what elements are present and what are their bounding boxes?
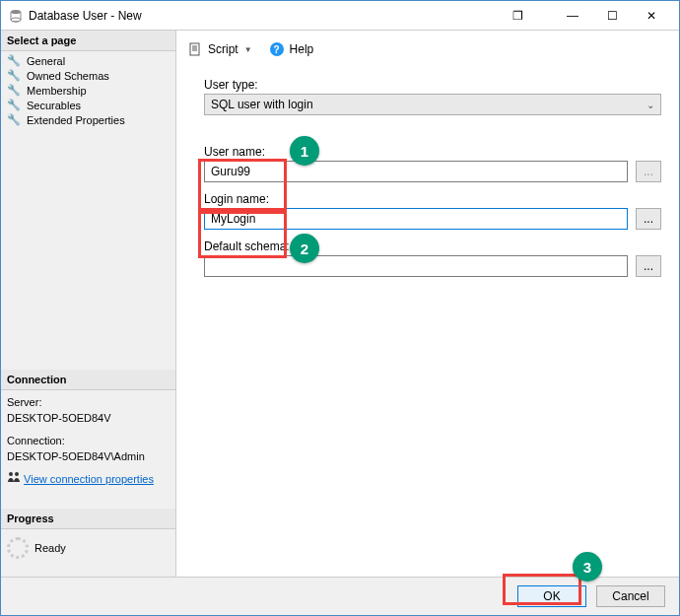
dialog-button-bar: OK Cancel	[1, 577, 679, 615]
sidebar-item-label: Securables	[27, 100, 81, 111]
spinner-icon	[7, 537, 29, 559]
sidebar-item-securables[interactable]: 🔧Securables	[5, 98, 171, 112]
connection-header: Connection	[1, 370, 175, 390]
view-connection-properties-text: View connection properties	[24, 473, 154, 485]
main-panel: Script ▼ ? Help User type: SQL user with…	[176, 31, 679, 577]
login-name-browse-button[interactable]: ...	[636, 208, 661, 230]
script-button[interactable]: Script	[208, 42, 238, 56]
default-schema-label: Default schema:	[204, 240, 661, 253]
svg-point-2	[9, 472, 13, 476]
user-type-dropdown[interactable]: SQL user with login ⌄	[204, 94, 661, 115]
user-name-browse-button: ...	[636, 161, 661, 182]
sidebar-item-owned-schemas[interactable]: 🔧Owned Schemas	[5, 68, 171, 83]
user-type-value: SQL user with login	[211, 98, 313, 111]
default-schema-input[interactable]	[204, 255, 628, 277]
toolbar: Script ▼ ? Help	[176, 31, 679, 68]
sidebar-item-label: Membership	[27, 85, 87, 97]
window-controls: ❐ — ☐ ✕	[502, 2, 671, 30]
maximize-button[interactable]: ☐	[592, 2, 632, 30]
server-value: DESKTOP-5OED84V	[7, 410, 170, 427]
window-title: Database User - New	[29, 9, 502, 23]
sidebar-item-general[interactable]: 🔧General	[5, 53, 171, 68]
connection-info: Server: DESKTOP-5OED84V Connection: DESK…	[1, 390, 175, 492]
help-icon: ?	[270, 42, 284, 56]
user-name-input[interactable]	[204, 161, 628, 182]
sidebar-item-label: Owned Schemas	[27, 70, 109, 82]
database-icon	[9, 9, 23, 23]
svg-point-1	[11, 18, 21, 22]
ok-button[interactable]: OK	[517, 585, 586, 607]
wrench-icon: 🔧	[7, 84, 21, 97]
chevron-down-icon: ⌄	[646, 100, 654, 110]
wrench-icon: 🔧	[7, 69, 21, 82]
cancel-button[interactable]: Cancel	[596, 585, 665, 607]
people-icon	[7, 471, 21, 488]
sidebar-item-label: General	[27, 55, 65, 67]
svg-point-3	[15, 472, 19, 476]
svg-rect-4	[190, 43, 199, 55]
user-type-label: User type:	[204, 78, 661, 92]
minimize-button[interactable]: —	[553, 2, 592, 30]
sidebar-item-membership[interactable]: 🔧Membership	[5, 83, 171, 98]
default-schema-browse-button[interactable]: ...	[636, 255, 661, 277]
sidebar-item-extended-properties[interactable]: 🔧Extended Properties	[5, 112, 171, 127]
sidebar-item-label: Extended Properties	[27, 114, 125, 126]
doc-button-icon[interactable]: ❐	[502, 2, 533, 30]
close-button[interactable]: ✕	[632, 2, 671, 30]
dialog-body: Select a page 🔧General 🔧Owned Schemas 🔧M…	[1, 31, 679, 577]
wrench-icon: 🔧	[7, 99, 21, 111]
connection-value: DESKTOP-5OED84V\Admin	[7, 448, 170, 465]
wrench-icon: 🔧	[7, 54, 21, 67]
help-button[interactable]: Help	[290, 42, 314, 56]
login-name-input[interactable]	[204, 208, 628, 230]
chevron-down-icon[interactable]: ▼	[244, 45, 252, 54]
wrench-icon: 🔧	[7, 113, 21, 126]
progress-header: Progress	[1, 509, 175, 529]
progress-status: Ready	[34, 540, 66, 557]
server-label: Server:	[7, 394, 170, 411]
sidebar: Select a page 🔧General 🔧Owned Schemas 🔧M…	[1, 31, 176, 577]
svg-point-0	[11, 10, 21, 14]
title-bar: Database User - New ❐ — ☐ ✕	[1, 1, 679, 31]
login-name-label: Login name:	[204, 192, 661, 206]
page-list: 🔧General 🔧Owned Schemas 🔧Membership 🔧Sec…	[1, 51, 175, 129]
view-connection-properties-link[interactable]: View connection properties	[7, 471, 170, 488]
dialog-window: Database User - New ❐ — ☐ ✕ Select a pag…	[0, 0, 680, 616]
user-name-label: User name:	[204, 145, 661, 159]
form-area: User type: SQL user with login ⌄ User na…	[176, 68, 679, 277]
select-page-header: Select a page	[1, 31, 175, 51]
progress-status-row: Ready	[1, 529, 175, 577]
connection-label: Connection:	[7, 433, 170, 449]
script-icon	[188, 42, 202, 56]
